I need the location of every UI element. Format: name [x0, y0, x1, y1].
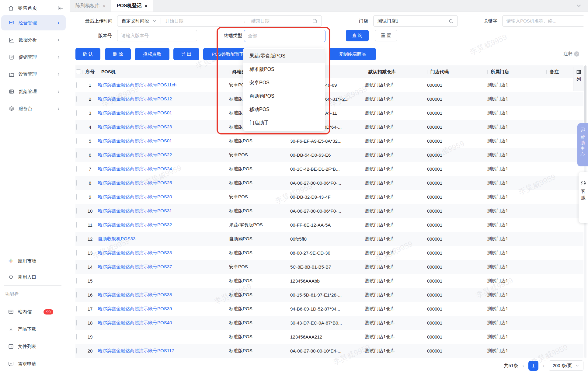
sidebar-item-6[interactable]: 服务台: [1, 101, 66, 116]
page-size-select[interactable]: 200 条/页: [549, 360, 583, 371]
dropdown-option-3[interactable]: 安卓POS: [243, 76, 325, 89]
dropdown-option-4[interactable]: 自助购POS: [243, 89, 325, 103]
tab-close-icon[interactable]: ×: [103, 3, 106, 9]
cell-pos-name[interactable]: 哈尔滨鑫金融达商超演示账号POS30: [98, 194, 229, 200]
current-page-button[interactable]: 1: [528, 361, 538, 371]
search-icon[interactable]: [448, 19, 454, 24]
store-select[interactable]: 测试门店1: [373, 15, 458, 27]
row-checkbox[interactable]: [76, 222, 77, 228]
cell-pos-name[interactable]: 哈尔滨鑫金融达商超演示账号POS01: [98, 110, 229, 116]
search-button[interactable]: 查 询: [346, 30, 369, 41]
date-range-control[interactable]: 自定义时间段 开始日期 → 结束日期: [117, 15, 322, 27]
sidebar-item-5[interactable]: 货架管理: [1, 84, 66, 99]
row-checkbox[interactable]: [76, 250, 77, 256]
cell-store: 测试门店1: [487, 152, 546, 158]
cell-pos-name[interactable]: 哈尔滨鑫金融达商超演示账号POS33: [98, 250, 229, 256]
row-checkbox[interactable]: [76, 96, 77, 102]
cell-pos-name[interactable]: 哈尔滨鑫金融达商超演示账号POS22: [98, 152, 229, 158]
row-checkbox[interactable]: [76, 236, 77, 242]
cell-pos-name[interactable]: 哈尔滨鑫金融达商超演示账号POS117: [98, 348, 229, 354]
row-checkbox[interactable]: [76, 348, 77, 353]
action-button-3[interactable]: 授权点数: [135, 48, 169, 60]
dropdown-option-5[interactable]: 移动POS: [243, 103, 325, 116]
cell-terminal-type: 安卓POS: [229, 194, 290, 200]
note-control[interactable]: 注释 ?: [563, 51, 579, 57]
action-button-1[interactable]: 确 认: [75, 48, 100, 60]
tab-2[interactable]: POS机登记×: [111, 0, 153, 12]
column-settings-button[interactable]: 列: [573, 67, 584, 91]
row-checkbox[interactable]: [76, 180, 77, 186]
version-input[interactable]: 请输入版本号: [117, 30, 197, 41]
file-list-icon: [8, 343, 14, 349]
tab-overflow-chevron-down-icon[interactable]: [576, 3, 584, 9]
row-checkbox[interactable]: [76, 194, 77, 200]
sidebar-item-file-list[interactable]: 文件列表: [0, 340, 70, 353]
row-checkbox[interactable]: [76, 110, 77, 116]
table-row: 15标准版POS123456AAAbb测试门店1仓库000001测试门店1: [75, 274, 583, 288]
row-checkbox[interactable]: [76, 152, 77, 158]
sidebar-item-product-download[interactable]: 产品下载: [0, 323, 70, 335]
dropdown-option-1[interactable]: 果蔬/零食版POS: [243, 49, 325, 63]
cell-pos-name[interactable]: 哈尔滨鑫金融达商超演示账号POS23: [98, 124, 229, 130]
action-button-2[interactable]: 删 除: [105, 48, 131, 60]
row-checkbox[interactable]: [76, 278, 77, 283]
sidebar-item-favorites[interactable]: 常用入口: [0, 271, 70, 283]
action-button-6[interactable]: 复制终端商品: [329, 48, 376, 60]
tab-1[interactable]: 陈列模板库×: [70, 0, 111, 12]
sidebar-item-request[interactable]: 需求申请: [0, 358, 70, 370]
sidebar-item-4[interactable]: 设置管理: [1, 67, 66, 82]
dropdown-option-6[interactable]: 门店助手: [243, 116, 325, 130]
row-checkbox[interactable]: [76, 166, 77, 172]
calendar-icon[interactable]: [312, 19, 317, 24]
customer-service-button[interactable]: 客服: [579, 172, 588, 223]
end-date-input[interactable]: 结束日期: [251, 18, 270, 24]
sidebar-item-app-market[interactable]: 应用市场: [0, 255, 70, 267]
shelf-icon: [9, 89, 15, 95]
table-scrollbar-thumb[interactable]: [584, 65, 586, 123]
keyword-input[interactable]: 请输入POS机名称、终...: [502, 15, 584, 27]
row-checkbox[interactable]: [76, 306, 77, 311]
row-checkbox[interactable]: [76, 292, 77, 297]
row-checkbox[interactable]: [76, 264, 77, 269]
sidebar-collapse-icon[interactable]: [57, 2, 63, 14]
start-date-input[interactable]: 开始日期: [165, 18, 183, 24]
row-checkbox[interactable]: [76, 124, 77, 130]
row-checkbox[interactable]: [76, 82, 77, 88]
cell-terminal-type: 标准版POS: [229, 278, 290, 284]
row-checkbox[interactable]: [76, 320, 77, 325]
sidebar-item-2[interactable]: 数据分析: [1, 33, 66, 48]
tab-close-icon[interactable]: ×: [145, 3, 148, 9]
sidebar-item-1[interactable]: 经营管理: [1, 15, 66, 30]
cell-pos-name[interactable]: 哈尔滨鑫金融达商超演示账号POS38: [98, 292, 229, 298]
terminal-type-input[interactable]: 全部: [244, 30, 325, 42]
cell-pos-name[interactable]: 哈尔滨鑫金融达商超演示账号POS39: [98, 306, 229, 312]
cell-select: [75, 96, 82, 102]
row-checkbox[interactable]: [76, 334, 77, 339]
row-checkbox[interactable]: [76, 208, 77, 214]
select-all-checkbox[interactable]: [76, 69, 81, 74]
cell-store: 测试门店1: [487, 250, 546, 256]
cell-pos-name[interactable]: 哈尔滨鑫金融达商超演示账号POS32: [98, 222, 229, 228]
next-page-chevron-icon[interactable]: ›: [543, 363, 545, 369]
prev-page-chevron-icon[interactable]: ‹: [522, 363, 524, 369]
action-button-4[interactable]: 导 出: [173, 48, 199, 60]
help-center-tab[interactable]: 帮助中心: [577, 123, 588, 166]
sidebar-item-retail-home[interactable]: 零售首页: [0, 2, 70, 14]
cell-pos-name[interactable]: 自助收银机POS33: [98, 236, 229, 242]
cell-pos-name[interactable]: 哈尔滨鑫金融达商超演示账号POS12: [98, 96, 229, 102]
chevron-right-icon: [56, 89, 61, 94]
row-checkbox[interactable]: [76, 138, 77, 144]
sidebar-item-3[interactable]: 促销管理: [1, 50, 66, 65]
cell-pos-name[interactable]: 哈尔滨鑫金融达商超演示账号POS31: [98, 208, 229, 214]
cell-pos-name[interactable]: 哈尔滨鑫金融达商超演示账号POS01: [98, 138, 229, 144]
cell-pos-name[interactable]: 哈尔滨鑫金融达商超演示账号POS25: [98, 180, 229, 186]
cell-pos-name[interactable]: 哈尔滨鑫金融达商超演示账号POS11ch: [98, 82, 229, 88]
cell-pos-name[interactable]: 哈尔滨鑫金融达商超演示账号POS40: [98, 320, 229, 326]
cell-store-code: 000001: [427, 96, 487, 102]
cell-pos-name[interactable]: 哈尔滨鑫金融达商超演示账号POS37: [98, 264, 229, 270]
cell-pos-name[interactable]: 哈尔滨鑫金融达商超演示账号POS24: [98, 166, 229, 172]
reset-button[interactable]: 重 置: [375, 30, 397, 41]
dropdown-option-2[interactable]: 标准版POS: [243, 63, 325, 76]
range-type-value[interactable]: 自定义时间段: [117, 18, 149, 24]
sidebar-item-inbox[interactable]: 站内信99: [0, 306, 70, 318]
